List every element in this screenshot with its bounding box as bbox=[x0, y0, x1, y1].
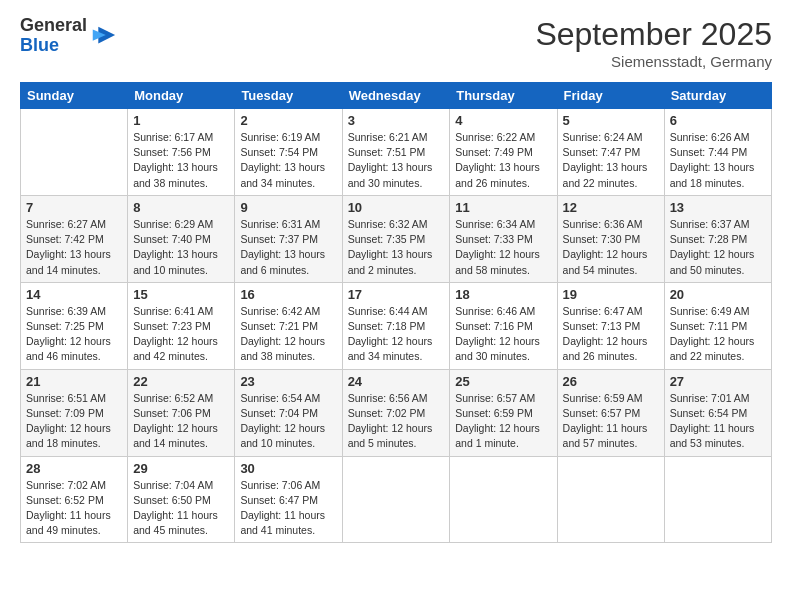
day-number: 10 bbox=[348, 200, 445, 215]
calendar-header-row: SundayMondayTuesdayWednesdayThursdayFrid… bbox=[21, 83, 772, 109]
calendar-cell bbox=[557, 456, 664, 543]
day-info: Sunrise: 6:42 AMSunset: 7:21 PMDaylight:… bbox=[240, 304, 336, 365]
week-row-3: 14Sunrise: 6:39 AMSunset: 7:25 PMDayligh… bbox=[21, 282, 772, 369]
week-row-5: 28Sunrise: 7:02 AMSunset: 6:52 PMDayligh… bbox=[21, 456, 772, 543]
day-info: Sunrise: 6:31 AMSunset: 7:37 PMDaylight:… bbox=[240, 217, 336, 278]
calendar-cell: 1Sunrise: 6:17 AMSunset: 7:56 PMDaylight… bbox=[128, 109, 235, 196]
calendar-cell: 15Sunrise: 6:41 AMSunset: 7:23 PMDayligh… bbox=[128, 282, 235, 369]
day-number: 6 bbox=[670, 113, 766, 128]
calendar-cell: 20Sunrise: 6:49 AMSunset: 7:11 PMDayligh… bbox=[664, 282, 771, 369]
calendar-cell: 13Sunrise: 6:37 AMSunset: 7:28 PMDayligh… bbox=[664, 195, 771, 282]
day-number: 24 bbox=[348, 374, 445, 389]
day-number: 14 bbox=[26, 287, 122, 302]
calendar-cell: 28Sunrise: 7:02 AMSunset: 6:52 PMDayligh… bbox=[21, 456, 128, 543]
calendar-cell: 22Sunrise: 6:52 AMSunset: 7:06 PMDayligh… bbox=[128, 369, 235, 456]
day-number: 4 bbox=[455, 113, 551, 128]
col-header-tuesday: Tuesday bbox=[235, 83, 342, 109]
day-number: 21 bbox=[26, 374, 122, 389]
day-number: 3 bbox=[348, 113, 445, 128]
day-info: Sunrise: 6:36 AMSunset: 7:30 PMDaylight:… bbox=[563, 217, 659, 278]
day-number: 19 bbox=[563, 287, 659, 302]
day-number: 8 bbox=[133, 200, 229, 215]
month-title: September 2025 bbox=[535, 16, 772, 53]
calendar-cell bbox=[21, 109, 128, 196]
day-info: Sunrise: 6:39 AMSunset: 7:25 PMDaylight:… bbox=[26, 304, 122, 365]
day-number: 15 bbox=[133, 287, 229, 302]
col-header-friday: Friday bbox=[557, 83, 664, 109]
day-info: Sunrise: 7:01 AMSunset: 6:54 PMDaylight:… bbox=[670, 391, 766, 452]
calendar-cell: 11Sunrise: 6:34 AMSunset: 7:33 PMDayligh… bbox=[450, 195, 557, 282]
calendar-cell: 7Sunrise: 6:27 AMSunset: 7:42 PMDaylight… bbox=[21, 195, 128, 282]
day-info: Sunrise: 6:32 AMSunset: 7:35 PMDaylight:… bbox=[348, 217, 445, 278]
day-info: Sunrise: 6:59 AMSunset: 6:57 PMDaylight:… bbox=[563, 391, 659, 452]
day-number: 2 bbox=[240, 113, 336, 128]
calendar-cell: 5Sunrise: 6:24 AMSunset: 7:47 PMDaylight… bbox=[557, 109, 664, 196]
calendar-cell: 10Sunrise: 6:32 AMSunset: 7:35 PMDayligh… bbox=[342, 195, 450, 282]
day-info: Sunrise: 6:19 AMSunset: 7:54 PMDaylight:… bbox=[240, 130, 336, 191]
calendar-cell: 8Sunrise: 6:29 AMSunset: 7:40 PMDaylight… bbox=[128, 195, 235, 282]
day-number: 5 bbox=[563, 113, 659, 128]
week-row-2: 7Sunrise: 6:27 AMSunset: 7:42 PMDaylight… bbox=[21, 195, 772, 282]
calendar-cell: 21Sunrise: 6:51 AMSunset: 7:09 PMDayligh… bbox=[21, 369, 128, 456]
day-info: Sunrise: 6:51 AMSunset: 7:09 PMDaylight:… bbox=[26, 391, 122, 452]
day-info: Sunrise: 6:56 AMSunset: 7:02 PMDaylight:… bbox=[348, 391, 445, 452]
day-info: Sunrise: 6:29 AMSunset: 7:40 PMDaylight:… bbox=[133, 217, 229, 278]
day-number: 1 bbox=[133, 113, 229, 128]
day-number: 22 bbox=[133, 374, 229, 389]
day-number: 26 bbox=[563, 374, 659, 389]
calendar-cell bbox=[664, 456, 771, 543]
calendar-table: SundayMondayTuesdayWednesdayThursdayFrid… bbox=[20, 82, 772, 543]
calendar-cell: 6Sunrise: 6:26 AMSunset: 7:44 PMDaylight… bbox=[664, 109, 771, 196]
calendar-cell bbox=[342, 456, 450, 543]
day-number: 29 bbox=[133, 461, 229, 476]
header: General Blue September 2025 Siemensstadt… bbox=[20, 16, 772, 70]
calendar-cell: 30Sunrise: 7:06 AMSunset: 6:47 PMDayligh… bbox=[235, 456, 342, 543]
day-info: Sunrise: 6:24 AMSunset: 7:47 PMDaylight:… bbox=[563, 130, 659, 191]
calendar-cell: 18Sunrise: 6:46 AMSunset: 7:16 PMDayligh… bbox=[450, 282, 557, 369]
day-number: 18 bbox=[455, 287, 551, 302]
day-info: Sunrise: 7:06 AMSunset: 6:47 PMDaylight:… bbox=[240, 478, 336, 539]
day-number: 12 bbox=[563, 200, 659, 215]
week-row-1: 1Sunrise: 6:17 AMSunset: 7:56 PMDaylight… bbox=[21, 109, 772, 196]
calendar-cell: 16Sunrise: 6:42 AMSunset: 7:21 PMDayligh… bbox=[235, 282, 342, 369]
col-header-monday: Monday bbox=[128, 83, 235, 109]
day-number: 11 bbox=[455, 200, 551, 215]
page-container: General Blue September 2025 Siemensstadt… bbox=[0, 0, 792, 553]
calendar-cell: 17Sunrise: 6:44 AMSunset: 7:18 PMDayligh… bbox=[342, 282, 450, 369]
col-header-thursday: Thursday bbox=[450, 83, 557, 109]
day-info: Sunrise: 6:46 AMSunset: 7:16 PMDaylight:… bbox=[455, 304, 551, 365]
day-number: 16 bbox=[240, 287, 336, 302]
day-info: Sunrise: 6:41 AMSunset: 7:23 PMDaylight:… bbox=[133, 304, 229, 365]
logo-icon bbox=[89, 22, 117, 50]
calendar-cell: 27Sunrise: 7:01 AMSunset: 6:54 PMDayligh… bbox=[664, 369, 771, 456]
week-row-4: 21Sunrise: 6:51 AMSunset: 7:09 PMDayligh… bbox=[21, 369, 772, 456]
day-number: 30 bbox=[240, 461, 336, 476]
day-info: Sunrise: 6:34 AMSunset: 7:33 PMDaylight:… bbox=[455, 217, 551, 278]
col-header-saturday: Saturday bbox=[664, 83, 771, 109]
day-info: Sunrise: 7:04 AMSunset: 6:50 PMDaylight:… bbox=[133, 478, 229, 539]
day-info: Sunrise: 6:54 AMSunset: 7:04 PMDaylight:… bbox=[240, 391, 336, 452]
calendar-cell: 25Sunrise: 6:57 AMSunset: 6:59 PMDayligh… bbox=[450, 369, 557, 456]
day-info: Sunrise: 6:49 AMSunset: 7:11 PMDaylight:… bbox=[670, 304, 766, 365]
calendar-cell: 29Sunrise: 7:04 AMSunset: 6:50 PMDayligh… bbox=[128, 456, 235, 543]
day-info: Sunrise: 6:17 AMSunset: 7:56 PMDaylight:… bbox=[133, 130, 229, 191]
day-number: 28 bbox=[26, 461, 122, 476]
day-number: 13 bbox=[670, 200, 766, 215]
day-info: Sunrise: 6:27 AMSunset: 7:42 PMDaylight:… bbox=[26, 217, 122, 278]
calendar-cell: 3Sunrise: 6:21 AMSunset: 7:51 PMDaylight… bbox=[342, 109, 450, 196]
day-info: Sunrise: 6:47 AMSunset: 7:13 PMDaylight:… bbox=[563, 304, 659, 365]
calendar-cell: 12Sunrise: 6:36 AMSunset: 7:30 PMDayligh… bbox=[557, 195, 664, 282]
calendar-cell: 4Sunrise: 6:22 AMSunset: 7:49 PMDaylight… bbox=[450, 109, 557, 196]
title-block: September 2025 Siemensstadt, Germany bbox=[535, 16, 772, 70]
calendar-cell: 24Sunrise: 6:56 AMSunset: 7:02 PMDayligh… bbox=[342, 369, 450, 456]
day-info: Sunrise: 6:52 AMSunset: 7:06 PMDaylight:… bbox=[133, 391, 229, 452]
day-number: 9 bbox=[240, 200, 336, 215]
day-number: 7 bbox=[26, 200, 122, 215]
day-number: 17 bbox=[348, 287, 445, 302]
day-info: Sunrise: 7:02 AMSunset: 6:52 PMDaylight:… bbox=[26, 478, 122, 539]
calendar-cell: 19Sunrise: 6:47 AMSunset: 7:13 PMDayligh… bbox=[557, 282, 664, 369]
day-info: Sunrise: 6:57 AMSunset: 6:59 PMDaylight:… bbox=[455, 391, 551, 452]
subtitle: Siemensstadt, Germany bbox=[535, 53, 772, 70]
day-info: Sunrise: 6:44 AMSunset: 7:18 PMDaylight:… bbox=[348, 304, 445, 365]
col-header-wednesday: Wednesday bbox=[342, 83, 450, 109]
